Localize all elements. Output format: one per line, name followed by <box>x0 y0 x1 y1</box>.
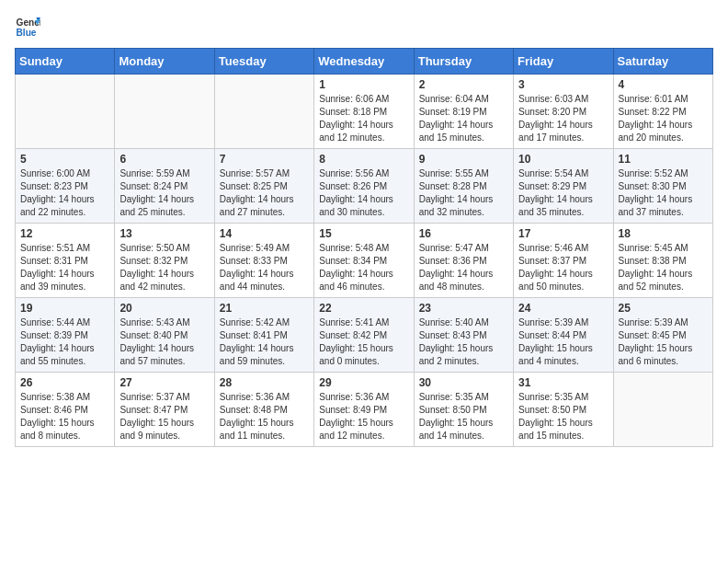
header-cell-sunday: Sunday <box>16 49 115 75</box>
day-number: 22 <box>319 302 408 315</box>
day-info: Sunrise: 5:40 AM Sunset: 8:43 PM Dayligh… <box>419 316 508 368</box>
day-cell: 8Sunrise: 5:56 AM Sunset: 8:26 PM Daylig… <box>314 149 414 224</box>
day-number: 21 <box>220 302 309 315</box>
header-cell-friday: Friday <box>514 49 613 75</box>
week-row-3: 12Sunrise: 5:51 AM Sunset: 8:31 PM Dayli… <box>16 224 713 298</box>
header-cell-monday: Monday <box>115 49 214 75</box>
day-info: Sunrise: 5:37 AM Sunset: 8:47 PM Dayligh… <box>119 391 209 442</box>
day-number: 13 <box>119 227 209 240</box>
day-info: Sunrise: 5:46 AM Sunset: 8:37 PM Dayligh… <box>518 242 608 293</box>
day-info: Sunrise: 5:45 AM Sunset: 8:38 PM Dayligh… <box>619 242 708 293</box>
day-number: 31 <box>518 376 608 389</box>
day-cell: 5Sunrise: 6:00 AM Sunset: 8:23 PM Daylig… <box>16 149 115 224</box>
day-cell: 1Sunrise: 6:06 AM Sunset: 8:18 PM Daylig… <box>314 75 414 149</box>
header-cell-saturday: Saturday <box>613 49 712 75</box>
day-info: Sunrise: 5:35 AM Sunset: 8:50 PM Dayligh… <box>518 391 608 442</box>
day-number: 5 <box>20 153 109 166</box>
day-number: 26 <box>20 376 109 389</box>
day-info: Sunrise: 6:01 AM Sunset: 8:22 PM Dayligh… <box>619 93 708 144</box>
day-info: Sunrise: 5:43 AM Sunset: 8:40 PM Dayligh… <box>119 316 209 368</box>
day-cell: 15Sunrise: 5:48 AM Sunset: 8:34 PM Dayli… <box>314 224 414 298</box>
day-cell: 9Sunrise: 5:55 AM Sunset: 8:28 PM Daylig… <box>414 149 513 224</box>
day-cell: 13Sunrise: 5:50 AM Sunset: 8:32 PM Dayli… <box>115 224 214 298</box>
day-number: 17 <box>518 227 608 240</box>
day-info: Sunrise: 5:35 AM Sunset: 8:50 PM Dayligh… <box>419 391 508 442</box>
day-number: 19 <box>20 302 109 315</box>
day-number: 6 <box>119 153 209 166</box>
day-cell: 30Sunrise: 5:35 AM Sunset: 8:50 PM Dayli… <box>414 373 513 447</box>
day-cell: 3Sunrise: 6:03 AM Sunset: 8:20 PM Daylig… <box>514 75 613 149</box>
day-info: Sunrise: 5:49 AM Sunset: 8:33 PM Dayligh… <box>220 242 309 293</box>
day-number: 7 <box>220 153 309 166</box>
day-number: 1 <box>319 78 408 91</box>
day-info: Sunrise: 5:36 AM Sunset: 8:49 PM Dayligh… <box>319 391 408 442</box>
day-number: 27 <box>119 376 209 389</box>
day-cell: 4Sunrise: 6:01 AM Sunset: 8:22 PM Daylig… <box>613 75 712 149</box>
day-cell <box>115 75 214 149</box>
day-number: 23 <box>419 302 508 315</box>
day-number: 9 <box>419 153 508 166</box>
day-number: 20 <box>119 302 209 315</box>
day-number: 8 <box>319 153 408 166</box>
day-info: Sunrise: 6:03 AM Sunset: 8:20 PM Dayligh… <box>518 93 608 144</box>
day-cell: 21Sunrise: 5:42 AM Sunset: 8:41 PM Dayli… <box>214 298 313 373</box>
day-cell: 12Sunrise: 5:51 AM Sunset: 8:31 PM Dayli… <box>16 224 115 298</box>
day-cell: 20Sunrise: 5:43 AM Sunset: 8:40 PM Dayli… <box>115 298 214 373</box>
day-number: 24 <box>518 302 608 315</box>
day-number: 16 <box>419 227 508 240</box>
day-info: Sunrise: 5:48 AM Sunset: 8:34 PM Dayligh… <box>319 242 408 293</box>
header-cell-wednesday: Wednesday <box>314 49 414 75</box>
day-cell <box>214 75 313 149</box>
day-info: Sunrise: 5:44 AM Sunset: 8:39 PM Dayligh… <box>20 316 109 368</box>
day-info: Sunrise: 5:59 AM Sunset: 8:24 PM Dayligh… <box>119 167 209 219</box>
day-info: Sunrise: 6:00 AM Sunset: 8:23 PM Dayligh… <box>20 167 109 219</box>
day-cell: 18Sunrise: 5:45 AM Sunset: 8:38 PM Dayli… <box>613 224 712 298</box>
day-cell <box>613 373 712 447</box>
day-number: 10 <box>518 153 608 166</box>
day-info: Sunrise: 5:39 AM Sunset: 8:44 PM Dayligh… <box>518 316 608 368</box>
svg-text:Blue: Blue <box>17 28 37 38</box>
header-row: SundayMondayTuesdayWednesdayThursdayFrid… <box>16 49 713 75</box>
day-cell: 11Sunrise: 5:52 AM Sunset: 8:30 PM Dayli… <box>613 149 712 224</box>
header-cell-thursday: Thursday <box>414 49 513 75</box>
day-info: Sunrise: 5:51 AM Sunset: 8:31 PM Dayligh… <box>20 242 109 293</box>
day-cell: 25Sunrise: 5:39 AM Sunset: 8:45 PM Dayli… <box>613 298 712 373</box>
day-cell: 6Sunrise: 5:59 AM Sunset: 8:24 PM Daylig… <box>115 149 214 224</box>
day-info: Sunrise: 5:36 AM Sunset: 8:48 PM Dayligh… <box>220 391 309 442</box>
week-row-1: 1Sunrise: 6:06 AM Sunset: 8:18 PM Daylig… <box>16 75 713 149</box>
day-info: Sunrise: 5:55 AM Sunset: 8:28 PM Dayligh… <box>419 167 508 219</box>
week-row-2: 5Sunrise: 6:00 AM Sunset: 8:23 PM Daylig… <box>16 149 713 224</box>
day-info: Sunrise: 5:52 AM Sunset: 8:30 PM Dayligh… <box>619 167 708 219</box>
day-number: 14 <box>220 227 309 240</box>
day-info: Sunrise: 5:56 AM Sunset: 8:26 PM Dayligh… <box>319 167 408 219</box>
day-number: 4 <box>619 78 708 91</box>
calendar-table: SundayMondayTuesdayWednesdayThursdayFrid… <box>15 48 713 447</box>
day-cell: 2Sunrise: 6:04 AM Sunset: 8:19 PM Daylig… <box>414 75 513 149</box>
day-cell: 16Sunrise: 5:47 AM Sunset: 8:36 PM Dayli… <box>414 224 513 298</box>
day-number: 3 <box>518 78 608 91</box>
day-info: Sunrise: 6:06 AM Sunset: 8:18 PM Dayligh… <box>319 93 408 144</box>
day-number: 15 <box>319 227 408 240</box>
day-number: 30 <box>419 376 508 389</box>
day-number: 18 <box>619 227 708 240</box>
day-cell: 27Sunrise: 5:37 AM Sunset: 8:47 PM Dayli… <box>115 373 214 447</box>
day-info: Sunrise: 6:04 AM Sunset: 8:19 PM Dayligh… <box>419 93 508 144</box>
day-cell: 17Sunrise: 5:46 AM Sunset: 8:37 PM Dayli… <box>514 224 613 298</box>
day-info: Sunrise: 5:54 AM Sunset: 8:29 PM Dayligh… <box>518 167 608 219</box>
day-cell: 28Sunrise: 5:36 AM Sunset: 8:48 PM Dayli… <box>214 373 313 447</box>
day-number: 29 <box>319 376 408 389</box>
day-info: Sunrise: 5:39 AM Sunset: 8:45 PM Dayligh… <box>619 316 708 368</box>
logo-icon: General Blue <box>15 15 40 40</box>
week-row-4: 19Sunrise: 5:44 AM Sunset: 8:39 PM Dayli… <box>16 298 713 373</box>
day-cell: 7Sunrise: 5:57 AM Sunset: 8:25 PM Daylig… <box>214 149 313 224</box>
week-row-5: 26Sunrise: 5:38 AM Sunset: 8:46 PM Dayli… <box>16 373 713 447</box>
logo: General Blue <box>15 15 44 40</box>
day-info: Sunrise: 5:41 AM Sunset: 8:42 PM Dayligh… <box>319 316 408 368</box>
day-cell: 14Sunrise: 5:49 AM Sunset: 8:33 PM Dayli… <box>214 224 313 298</box>
day-cell: 19Sunrise: 5:44 AM Sunset: 8:39 PM Dayli… <box>16 298 115 373</box>
day-number: 12 <box>20 227 109 240</box>
day-cell: 22Sunrise: 5:41 AM Sunset: 8:42 PM Dayli… <box>314 298 414 373</box>
day-cell: 24Sunrise: 5:39 AM Sunset: 8:44 PM Dayli… <box>514 298 613 373</box>
day-info: Sunrise: 5:57 AM Sunset: 8:25 PM Dayligh… <box>220 167 309 219</box>
day-cell <box>16 75 115 149</box>
